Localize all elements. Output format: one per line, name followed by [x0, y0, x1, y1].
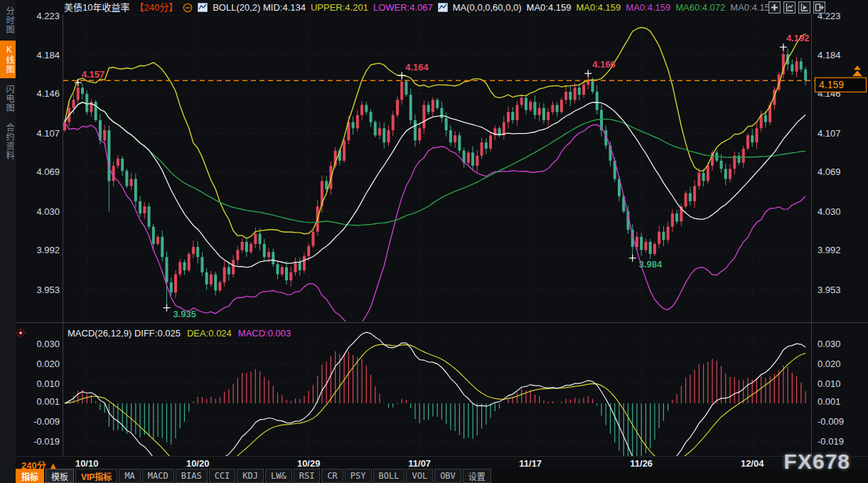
- candlestick-plot: [63, 28, 807, 325]
- toolbar-button-rsi[interactable]: RSI: [294, 469, 321, 483]
- toolbar-button-kdj[interactable]: KDJ: [237, 469, 264, 483]
- price-axis-label: 4.184: [818, 50, 841, 60]
- sidebar-tab-contract-info[interactable]: 合约资料: [0, 119, 16, 164]
- chart-canvas[interactable]: 4.2234.2234.1844.1844.1464.1464.1074.107…: [0, 0, 868, 483]
- x-axis-date-label: 11/07: [408, 458, 431, 469]
- toolbar-button-vip[interactable]: VIP指标: [75, 469, 117, 483]
- toolbar-button-cr[interactable]: CR: [321, 469, 343, 483]
- macd-axis-label: -0.009: [818, 416, 844, 427]
- indicator-chart-icon[interactable]: [198, 3, 208, 12]
- x-axis-date-label: 11/17: [519, 458, 542, 469]
- price-axis-label: 3.992: [36, 245, 60, 255]
- macd-axis-label: -0.019: [33, 436, 60, 447]
- price-axis-label: 4.030: [818, 206, 841, 217]
- toolbar-button-macd[interactable]: MACD: [142, 469, 174, 483]
- price-up-arrow-icon: [852, 70, 862, 76]
- x-axis-date-label: 12/04: [741, 458, 764, 469]
- extreme-price-label: 4.166: [592, 59, 616, 70]
- header-legend-text: MA0:4.159: [527, 2, 572, 13]
- crosshair-icon[interactable]: [768, 1, 781, 14]
- x-axis-date-label: 10/29: [297, 458, 321, 469]
- header-legend-text: MA0:4.159: [626, 2, 670, 13]
- toolbar-button-cci[interactable]: CCI: [209, 469, 236, 483]
- sidebar-tab-lightning-chart[interactable]: 闪电图: [0, 80, 16, 117]
- macd-axis-label: 0.020: [36, 359, 60, 369]
- toolbar-button-[interactable]: 设置: [463, 469, 491, 483]
- macd-axis-label: 0.001: [818, 396, 841, 407]
- price-axis-label: 4.223: [36, 11, 60, 21]
- extreme-price-label: 4.157: [82, 69, 105, 80]
- header-legend-text: 美债10年收益率: [64, 2, 129, 13]
- header-legend-text: MA(0,0,0,60,0,0): [453, 2, 522, 13]
- price-axis-label: 3.992: [818, 245, 841, 255]
- header-legend-text: BOLL(20,2) MID:4.134: [213, 2, 306, 13]
- macd-axis-label: -0.019: [818, 436, 844, 447]
- current-price-marker: 4.159: [63, 65, 867, 92]
- toolbar-button-[interactable]: 模板: [45, 469, 74, 483]
- indicator-alert-icon[interactable]: [16, 328, 26, 341]
- macd-axis-label: 0.030: [818, 339, 841, 349]
- sidebar-tab-time-share-chart[interactable]: 分时图: [0, 2, 16, 38]
- toolbar-button-vol[interactable]: VOL: [406, 469, 433, 483]
- extreme-price-label: 3.935: [173, 309, 197, 319]
- fx678-watermark: FX678: [784, 450, 850, 474]
- x-axis-date-label: 10/20: [186, 458, 210, 469]
- chart-header-legend: 美债10年收益率【240分】BOLL(20,2) MID:4.134UPPER:…: [64, 2, 775, 13]
- header-legend-text: MA0:4.159: [576, 2, 621, 13]
- sidebar-tab-kline-chart[interactable]: K线图: [0, 41, 16, 78]
- price-axis-label: 4.069: [36, 166, 60, 177]
- expand-panel-icon[interactable]: [813, 1, 825, 14]
- x-axis-row: 240分 ▲ 10/1010/2010/2911/0711/1711/2612/…: [16, 456, 868, 469]
- toolbar-button-bias[interactable]: BIAS: [176, 469, 208, 483]
- indicator-chart-icon[interactable]: [438, 3, 448, 12]
- macd-axis-label: 0.020: [818, 359, 841, 369]
- sidebar: 分时图K线图闪电图合约资料: [0, 0, 16, 483]
- macd-axis-label: 0.010: [36, 378, 60, 389]
- header-legend-text: LOWER:4.067: [373, 2, 433, 13]
- toolbar-button-ma[interactable]: MA: [119, 469, 140, 483]
- macd-legend-text: DEA:0.024: [187, 328, 232, 339]
- trading-app-window: 4.2234.2234.1844.1844.1464.1464.1074.107…: [0, 0, 868, 483]
- price-axis-label: 3.953: [818, 285, 841, 295]
- extreme-price-label: 4.164: [405, 62, 429, 73]
- x-axis-date-label: 10/10: [75, 458, 99, 469]
- macd-axis-label: 0.030: [36, 339, 60, 349]
- indicator-toolbar: 指标模板VIP指标MAMACDBIASCCIKDJLW&RSICRPSYBOLL…: [16, 469, 868, 483]
- axis-labels: 4.2234.2234.1844.1844.1464.1464.1074.107…: [33, 11, 844, 447]
- macd-legend-text: MACD(26,12,9) DIFF:0.025: [68, 328, 181, 339]
- toolbar-button-psy[interactable]: PSY: [345, 469, 372, 483]
- price-axis-label: 4.107: [818, 128, 841, 139]
- price-axis-label: 4.184: [36, 50, 60, 60]
- toolbar-button-obv[interactable]: OBV: [434, 469, 461, 483]
- play-forward-icon[interactable]: [798, 1, 810, 14]
- price-axis-label: 4.030: [36, 206, 60, 217]
- macd-legend-text: MACD:0.003: [238, 328, 291, 339]
- toolbar-button-lw[interactable]: LW&: [265, 469, 292, 483]
- price-axis-label: 4.146: [36, 88, 60, 99]
- macd-axis-label: -0.009: [33, 416, 60, 427]
- scale-axis-icon[interactable]: [783, 1, 795, 14]
- extreme-price-label: 4.192: [786, 33, 810, 43]
- price-up-arrow-icon: [854, 65, 861, 70]
- extreme-price-label: 3.984: [639, 259, 663, 270]
- collapse-minus-icon[interactable]: [183, 3, 193, 13]
- header-legend-text: 【240分】: [134, 2, 178, 13]
- chart-window-buttons: [768, 1, 825, 14]
- toolbar-button-[interactable]: 指标: [16, 469, 44, 483]
- current-price-value: 4.159: [819, 79, 844, 90]
- x-axis-date-label: 11/26: [630, 458, 653, 469]
- macd-header-legend: MACD(26,12,9) DIFF:0.025DEA:0.024MACD:0.…: [68, 328, 291, 339]
- price-axis-label: 4.069: [818, 166, 841, 177]
- header-legend-text: UPPER:4.201: [311, 2, 368, 13]
- macd-axis-label: 0.001: [36, 396, 60, 407]
- header-legend-text: MA60:4.072: [675, 2, 725, 13]
- toolbar-button-boll[interactable]: BOLL: [373, 469, 405, 483]
- price-axis-label: 3.953: [36, 285, 60, 295]
- macd-axis-label: 0.010: [818, 378, 841, 389]
- price-axis-label: 4.107: [36, 128, 60, 139]
